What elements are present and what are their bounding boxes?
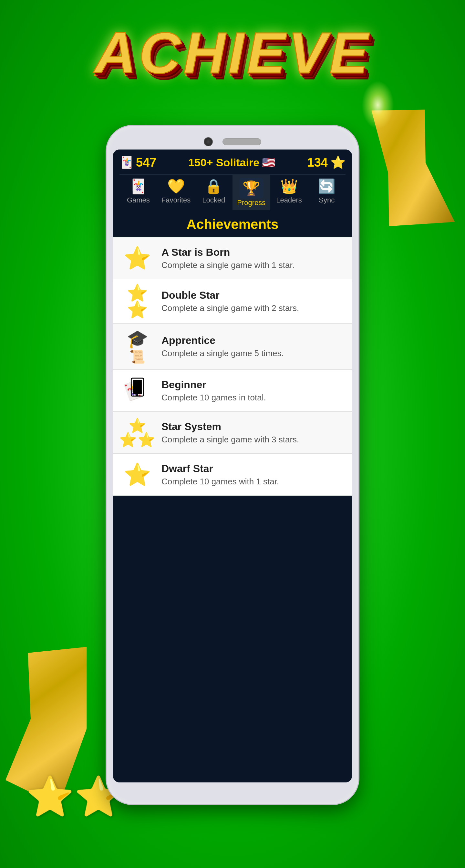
- achievement-text-star-system: Star System Complete a single game with …: [161, 421, 345, 445]
- star-born-icon: ⭐: [124, 245, 151, 271]
- achievement-text-dwarf-star: Dwarf Star Complete 10 games with 1 star…: [161, 463, 345, 487]
- tab-leaders[interactable]: 👑 Leaders: [270, 175, 308, 210]
- cards-icon: 🃏: [120, 156, 134, 169]
- progress-icon: 🏆: [243, 180, 260, 196]
- favorites-label: Favorites: [161, 196, 190, 205]
- star-icon: ⭐: [330, 155, 345, 169]
- achievement-icon-double-star: ⭐ ⭐: [120, 284, 155, 318]
- phone-top-bar: [113, 132, 352, 150]
- achievement-desc-apprentice: Complete a single game 5 times.: [161, 348, 345, 359]
- phone-speaker: [222, 138, 261, 145]
- achievements-list: ⭐ A Star is Born Complete a single game …: [113, 237, 352, 496]
- score-right: 134: [307, 156, 328, 169]
- achievement-item-star-system: ⭐ ⭐ ⭐ Star System Complete a single game…: [113, 412, 352, 454]
- games-icon: 🃏: [129, 178, 147, 195]
- double-star-icon-1: ⭐: [127, 284, 148, 301]
- games-label: Games: [127, 196, 150, 205]
- flag-icon: 🇺🇸: [262, 156, 275, 169]
- achieve-title: ACHIEVE: [94, 20, 371, 86]
- dwarf-star-icon: ⭐: [124, 462, 151, 488]
- app-header: 🃏 547 150+ Solitaire 🇺🇸 134 ⭐ �: [113, 150, 352, 210]
- achievement-desc-star-born: Complete a single game with 1 star.: [161, 260, 345, 270]
- achievement-item-double-star: ⭐ ⭐ Double Star Complete a single game w…: [113, 279, 352, 323]
- achievement-name-dwarf-star: Dwarf Star: [161, 463, 345, 475]
- app-title: 150+ Solitaire 🇺🇸: [188, 156, 275, 169]
- achievement-name-beginner: Beginner: [161, 379, 345, 391]
- achievements-header: Achievements: [113, 210, 352, 237]
- progress-label: Progress: [237, 198, 266, 207]
- locked-icon: 🔒: [205, 178, 222, 195]
- achievement-name-apprentice: Apprentice: [161, 335, 345, 346]
- tab-games[interactable]: 🃏 Games: [120, 175, 157, 210]
- app-title-bar: 🃏 547 150+ Solitaire 🇺🇸 134 ⭐: [120, 155, 345, 175]
- nav-tabs: 🃏 Games 💛 Favorites 🔒 Locked 🏆: [120, 175, 345, 210]
- sync-label: Sync: [319, 196, 335, 205]
- three-stars-icon: ⭐ ⭐ ⭐: [119, 418, 155, 447]
- achievement-icon-beginner: 🃏 🂠 ♠️: [120, 378, 155, 404]
- achievement-text-double-star: Double Star Complete a single game with …: [161, 289, 345, 313]
- phone-outer-frame: 🃏 547 150+ Solitaire 🇺🇸 134 ⭐ �: [106, 126, 359, 804]
- double-star-icon-2: ⭐: [127, 301, 148, 318]
- achievement-name-star-born: A Star is Born: [161, 246, 345, 258]
- achievement-text-apprentice: Apprentice Complete a single game 5 time…: [161, 335, 345, 359]
- achievement-icon-star-system: ⭐ ⭐ ⭐: [120, 418, 155, 447]
- tab-favorites[interactable]: 💛 Favorites: [157, 175, 195, 210]
- tab-sync[interactable]: 🔄 Sync: [308, 175, 345, 210]
- phone-screen: 🃏 547 150+ Solitaire 🇺🇸 134 ⭐ �: [113, 150, 352, 782]
- leaders-icon: 👑: [280, 178, 298, 195]
- achievement-name-star-system: Star System: [161, 421, 345, 433]
- achievement-icon-apprentice: 🎓 📜: [120, 329, 155, 364]
- achievement-text-beginner: Beginner Complete 10 games in total.: [161, 379, 345, 403]
- achievement-item-dwarf-star: ⭐ Dwarf Star Complete 10 games with 1 st…: [113, 454, 352, 496]
- tab-progress[interactable]: 🏆 Progress: [232, 175, 270, 210]
- score-right-area: 134 ⭐: [307, 155, 345, 169]
- tab-locked[interactable]: 🔒 Locked: [195, 175, 232, 210]
- achievement-name-double-star: Double Star: [161, 289, 345, 301]
- achievement-icon-dwarf-star: ⭐: [120, 462, 155, 488]
- cards-stack-icon: 🃏 🂠 ♠️: [123, 378, 152, 404]
- achievement-icon-star-born: ⭐: [120, 245, 155, 271]
- achievement-desc-beginner: Complete 10 games in total.: [161, 393, 345, 403]
- achievement-item-beginner: 🃏 🂠 ♠️ Beginner Complete 10 games in tot…: [113, 370, 352, 412]
- achievement-desc-double-star: Complete a single game with 2 stars.: [161, 303, 345, 313]
- achievement-item-apprentice: 🎓 📜 Apprentice Complete a single game 5 …: [113, 323, 352, 370]
- graduation-icon: 🎓 📜: [127, 329, 148, 364]
- leaders-label: Leaders: [276, 196, 302, 205]
- achievement-desc-dwarf-star: Complete 10 games with 1 star.: [161, 476, 345, 487]
- app-name-text: 150+ Solitaire: [188, 156, 259, 169]
- score-left: 547: [136, 156, 156, 169]
- achievements-title: Achievements: [187, 217, 279, 232]
- sync-icon: 🔄: [318, 178, 336, 195]
- phone-frame: 🃏 547 150+ Solitaire 🇺🇸 134 ⭐ �: [106, 126, 359, 804]
- locked-label: Locked: [202, 196, 225, 205]
- achievement-desc-star-system: Complete a single game with 3 stars.: [161, 435, 345, 445]
- achievement-item-star-born: ⭐ A Star is Born Complete a single game …: [113, 237, 352, 279]
- favorites-icon: 💛: [167, 178, 185, 195]
- achievement-text-star-born: A Star is Born Complete a single game wi…: [161, 246, 345, 270]
- phone-camera: [204, 137, 213, 146]
